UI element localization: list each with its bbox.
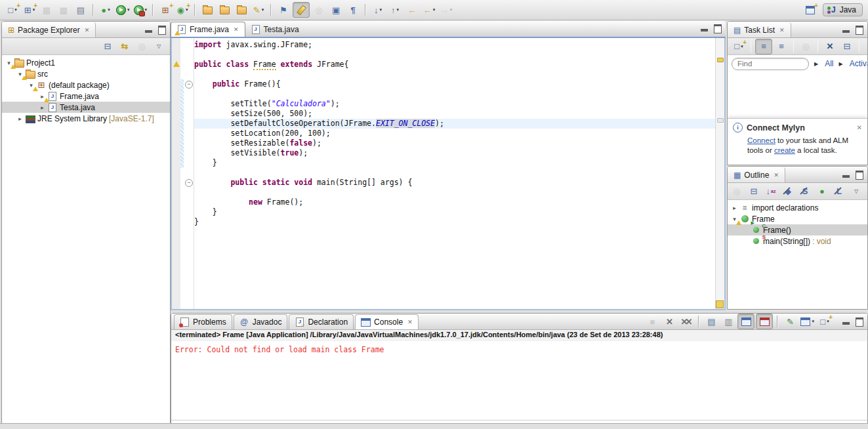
tree-item-main-string[interactable]: Smain(String[]): void: [728, 235, 867, 247]
code-line[interactable]: [194, 168, 715, 178]
minimize-button[interactable]: [842, 30, 850, 33]
tree-item-frame[interactable]: CFrame(): [728, 224, 867, 235]
connect-link[interactable]: Connect: [747, 136, 775, 144]
next-annotation-icon[interactable]: ↓▾: [370, 3, 386, 17]
code-line[interactable]: }: [194, 217, 715, 227]
new-java-project-icon[interactable]: ⊞+: [157, 3, 173, 17]
code-line[interactable]: setResizable(false);: [194, 138, 715, 148]
code-line[interactable]: import javax.swing.JFrame;: [194, 40, 715, 50]
view-menu-icon[interactable]: ▽: [848, 184, 864, 199]
code-line[interactable]: public static void main(String[] args) {: [194, 178, 715, 188]
maximize-button[interactable]: [856, 317, 863, 327]
open-file-icon[interactable]: [234, 3, 249, 17]
tab-declaration[interactable]: JDeclaration: [289, 314, 354, 329]
fold-collapse-icon[interactable]: −: [185, 81, 193, 89]
back-icon[interactable]: ←▾: [421, 3, 437, 17]
tree-collapsed-arrow-icon[interactable]: ▸: [16, 115, 24, 122]
task-list-tab[interactable]: ▤ Task List ✕: [728, 22, 791, 37]
remove-launch-icon[interactable]: ✕: [661, 314, 677, 329]
show-console-stderr-icon[interactable]: [756, 314, 773, 329]
tree-item-frame-java[interactable]: ▸JFrame.java: [2, 91, 170, 102]
minimize-button[interactable]: [701, 29, 708, 31]
collapse-all-icon[interactable]: ⊟: [839, 39, 855, 54]
code-line[interactable]: [194, 70, 715, 79]
outline-tab[interactable]: ▦ Outline ✕: [728, 167, 785, 182]
hide-fields-icon[interactable]: ◆: [780, 184, 796, 199]
close-icon[interactable]: ✕: [234, 26, 239, 33]
editor-annotation-ruler[interactable]: [172, 38, 180, 309]
tree-item-import-declarations[interactable]: ▸≡import declarations: [728, 202, 867, 213]
tree-item-testa-java[interactable]: ▸JTesta.java: [2, 102, 170, 113]
tree-item-default-package[interactable]: ▾⊞(default package): [2, 79, 170, 91]
last-edit-location-icon[interactable]: ←: [404, 3, 420, 17]
show-whitespace-icon[interactable]: ¶: [345, 3, 361, 17]
debug-icon[interactable]: ●▾: [98, 3, 114, 17]
open-type-icon[interactable]: [199, 3, 215, 17]
code-line[interactable]: setLocation(200, 100);: [194, 129, 715, 138]
synchronize-icon[interactable]: ⇄: [863, 39, 868, 54]
overview-warning-marker[interactable]: [717, 58, 724, 62]
maximize-button[interactable]: [158, 26, 166, 35]
new-wizard-icon[interactable]: □+▾: [5, 3, 20, 17]
open-perspective-button[interactable]: +: [802, 3, 818, 17]
tab-problems[interactable]: Problems: [174, 314, 232, 329]
print-icon[interactable]: ▤: [73, 3, 89, 17]
close-icon[interactable]: ✕: [407, 319, 413, 325]
tree-item-src[interactable]: ▾src: [2, 68, 170, 79]
minimize-button[interactable]: [145, 30, 152, 33]
tree-item-frame[interactable]: ▾▶Frame: [728, 213, 867, 224]
code-line[interactable]: [194, 50, 715, 60]
activate-link[interactable]: Activate...: [850, 59, 868, 68]
tab-console[interactable]: Console✕: [355, 314, 419, 329]
new-java-element-icon[interactable]: ⊞+▾: [22, 3, 37, 17]
code-line[interactable]: new Frame();: [194, 197, 715, 207]
close-icon[interactable]: ✕: [857, 124, 862, 131]
show-scheduled-icon[interactable]: ≡: [774, 39, 789, 54]
console-output[interactable]: Error: Could not find or load main class…: [171, 341, 867, 420]
sort-icon[interactable]: ↓az: [763, 184, 779, 199]
view-menu-icon[interactable]: ▽: [151, 39, 167, 54]
code-line[interactable]: setDefaultCloseOperation(JFrame.EXIT_ON_…: [194, 119, 715, 129]
tree-item-jre-system-library[interactable]: ▸JRE System Library[JavaSE-1.7]: [2, 113, 170, 124]
code-line[interactable]: [194, 89, 715, 99]
remove-all-terminated-icon[interactable]: ✕✕: [678, 314, 694, 329]
code-line[interactable]: }: [194, 207, 715, 217]
hide-local-types-icon[interactable]: L: [831, 184, 847, 199]
code-line[interactable]: public Frame(){: [194, 79, 715, 89]
all-filter-link[interactable]: All: [825, 59, 833, 68]
maximize-button[interactable]: [714, 24, 722, 33]
code-line[interactable]: public class Frame extends JFrame{: [194, 60, 715, 70]
clear-console-icon[interactable]: ▤: [703, 314, 719, 329]
close-icon[interactable]: ✕: [85, 27, 90, 33]
show-console-stdout-icon[interactable]: [737, 314, 754, 329]
scroll-lock-icon[interactable]: ▥: [720, 314, 736, 329]
run-history-icon[interactable]: ▾: [133, 3, 149, 17]
warning-marker-icon[interactable]: [173, 61, 180, 67]
editor-fold-ruler[interactable]: −−: [184, 38, 194, 309]
link-with-editor-icon[interactable]: ⇆: [117, 39, 133, 54]
overview-occurrence-marker[interactable]: [717, 118, 724, 123]
editor-tab-frame-java[interactable]: JFrame.java✕: [171, 22, 245, 37]
tree-collapsed-arrow-icon[interactable]: ▸: [730, 205, 739, 211]
open-console-icon[interactable]: □+▾: [817, 314, 833, 329]
code-line[interactable]: setSize(500, 500);: [194, 109, 715, 119]
code-line[interactable]: [194, 188, 715, 197]
collapse-all-icon[interactable]: ⊟: [100, 39, 115, 54]
maximize-button[interactable]: [856, 26, 863, 35]
hide-static-members-icon[interactable]: S: [797, 184, 813, 199]
collapse-all-icon[interactable]: ⊟: [746, 184, 762, 199]
show-categorized-icon[interactable]: ≡: [755, 39, 772, 54]
create-link[interactable]: create: [774, 146, 795, 154]
code-line[interactable]: }: [194, 158, 715, 168]
pin-console-icon[interactable]: ✎: [782, 314, 798, 329]
display-selected-console-icon[interactable]: ▾: [799, 314, 816, 329]
all-filter-arrow-icon[interactable]: ▶: [814, 61, 818, 67]
hide-non-public-members-icon[interactable]: ●: [814, 184, 830, 199]
minimize-button[interactable]: [842, 322, 850, 325]
editor-tab-testa-java[interactable]: JTesta.java: [245, 22, 305, 37]
editor-overview-ruler[interactable]: [715, 38, 724, 309]
activate-arrow-icon[interactable]: ▶: [839, 61, 843, 67]
new-task-icon[interactable]: □+▾: [731, 39, 747, 54]
code-editor[interactable]: import javax.swing.JFrame;public class F…: [194, 38, 715, 309]
close-icon[interactable]: ✕: [779, 27, 785, 33]
